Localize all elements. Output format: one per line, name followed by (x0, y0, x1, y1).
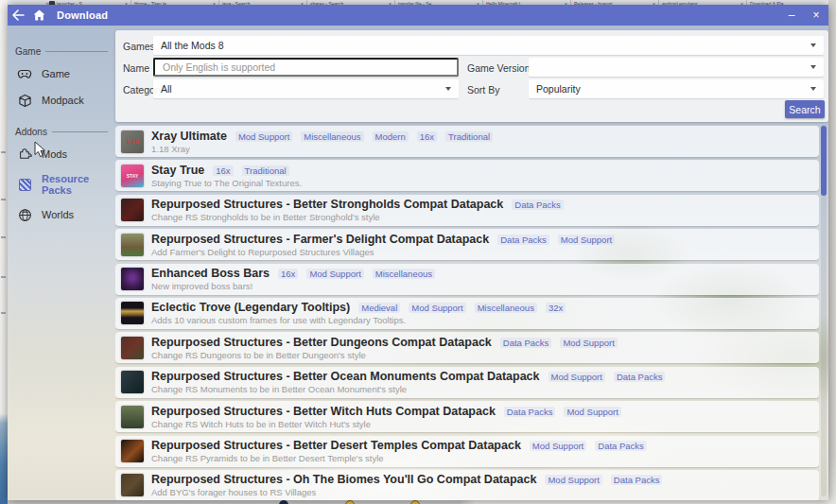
pack-icon (121, 199, 144, 221)
home-icon (33, 9, 45, 21)
chevron-down-icon (810, 43, 816, 47)
pack-description: Add BYG's forager houses to RS Villages (151, 487, 813, 497)
pack-icon (121, 302, 144, 324)
pack-tag: Mod Support (306, 269, 363, 279)
pack-title: Repurposed Structures - Better Witch Hut… (151, 405, 496, 418)
games-label: Games (123, 41, 155, 52)
resource-pack-row[interactable]: Repurposed Structures - Better Desert Te… (115, 436, 819, 467)
window-title: Download (57, 9, 108, 21)
sidebar-item-label: Resource Packs (42, 173, 106, 196)
pack-description: 1.18 Xray (151, 144, 813, 154)
resource-pack-row[interactable]: Eclectic Trove (Legendary Tooltips)Medie… (115, 298, 819, 329)
pack-tag: Data Packs (504, 407, 556, 417)
sidebar: Game Game Modpack Addons Mods Resource P… (8, 26, 115, 500)
background-desktop-edge (828, 0, 836, 504)
pack-tag: 32x (546, 303, 566, 313)
pack-tag: Mod Support (530, 441, 586, 451)
pack-description: Change RS Dungeons to be in Better Dunge… (151, 350, 813, 360)
pack-tag: Data Packs (595, 441, 647, 451)
pack-tag: 16x (417, 131, 437, 142)
pack-tag: Mod Support (235, 131, 292, 142)
taskbar-app-icon (345, 500, 355, 504)
pack-title: Repurposed Structures - Farmer's Delight… (151, 233, 489, 246)
resource-pack-row[interactable]: Enhanced Boss Bars16xMod SupportMiscella… (115, 264, 819, 295)
globe-icon (17, 207, 32, 222)
pack-icon (121, 474, 144, 496)
pack-tag: Miscellaneous (475, 303, 537, 313)
pack-tag: Traditional (445, 131, 493, 142)
name-label: Name (123, 62, 149, 74)
back-button[interactable] (8, 5, 28, 26)
pack-tag: Mod Support (545, 475, 601, 485)
home-button[interactable] (28, 5, 49, 26)
pack-tag: Mod Support (564, 407, 620, 417)
pack-title: Xray Ultimate (151, 130, 227, 143)
pack-title: Repurposed Structures - Better Dungeons … (151, 336, 492, 349)
name-input[interactable] (153, 58, 459, 77)
pack-tag: Data Packs (512, 200, 564, 210)
close-button[interactable]: × (804, 5, 828, 26)
back-arrow-icon (11, 9, 25, 21)
minimize-button[interactable]: – (779, 5, 804, 26)
resource-pack-row[interactable]: Repurposed Structures - Better Dungeons … (115, 332, 819, 363)
sidebar-item-label: Mods (42, 148, 67, 160)
background-browser-edge (0, 0, 8, 504)
resource-pack-row[interactable]: STAYStay True16xTraditionalStaying True … (115, 160, 819, 191)
download-window: Download – × Game Game Modpack Addons (8, 5, 828, 500)
gamepad-icon (17, 66, 32, 81)
pack-tag: Data Packs (611, 475, 663, 485)
texture-icon (17, 177, 32, 192)
pack-description: New improved boss bars! (151, 281, 813, 291)
games-dropdown[interactable]: All the Mods 8 (153, 36, 824, 55)
pack-icon (121, 337, 144, 359)
pack-tag: Medieval (358, 303, 400, 313)
pack-description: Change RS Monuments to be in Better Ocea… (151, 384, 813, 394)
chevron-down-icon (810, 87, 816, 91)
resource-pack-row[interactable]: 1.18Xray UltimateMod SupportMiscellaneou… (115, 126, 819, 157)
game-version-dropdown[interactable] (529, 58, 824, 77)
sidebar-item-worlds[interactable]: Worlds (15, 201, 108, 228)
pack-description: Staying True to The Original Textures. (151, 178, 813, 188)
pack-tag: Data Packs (497, 235, 549, 245)
resource-pack-row[interactable]: Repurposed Structures - Better Witch Hut… (115, 401, 819, 432)
titlebar: Download – × (8, 5, 828, 26)
search-button[interactable]: Search (785, 100, 825, 118)
resource-pack-row[interactable]: Repurposed Structures - Oh The Biomes Yo… (115, 470, 819, 500)
sidebar-item-resource-packs[interactable]: Resource Packs (15, 167, 108, 201)
taskbar-strip (8, 500, 828, 504)
pack-tag: 16x (278, 269, 298, 279)
sidebar-item-mods[interactable]: Mods (15, 141, 108, 167)
pack-icon: 1.18 (121, 130, 144, 153)
taskbar-app-icon (279, 500, 288, 504)
resource-pack-list: 1.18Xray UltimateMod SupportMiscellaneou… (115, 126, 819, 500)
pack-title: Stay True (151, 164, 204, 177)
pack-tag: Mod Support (560, 338, 617, 348)
pack-description: Adds 10 various custom frames for use wi… (151, 315, 813, 325)
pack-tag: Miscellaneous (373, 269, 435, 279)
pack-icon (121, 268, 144, 290)
sort-by-dropdown[interactable]: Popularity (529, 79, 824, 98)
pack-icon (121, 406, 144, 428)
sidebar-item-label: Worlds (42, 209, 74, 220)
scrollbar-thumb[interactable] (821, 126, 827, 196)
pack-icon (121, 371, 144, 393)
sidebar-item-modpack[interactable]: Modpack (15, 87, 108, 113)
sidebar-item-game[interactable]: Game (15, 61, 108, 87)
scrollbar[interactable] (821, 125, 827, 496)
pack-title: Repurposed Structures - Oh The Biomes Yo… (151, 473, 536, 486)
pack-title: Repurposed Structures - Better Stronghol… (151, 198, 503, 211)
pack-title: Enhanced Boss Bars (151, 267, 270, 280)
pack-tag: Modern (373, 131, 409, 142)
pack-tag: Miscellaneous (301, 131, 363, 142)
category-dropdown[interactable]: All (153, 79, 459, 98)
resource-pack-row[interactable]: Repurposed Structures - Farmer's Delight… (115, 229, 819, 260)
game-version-label: Game Version (467, 62, 531, 74)
resource-pack-row[interactable]: Repurposed Structures - Better Ocean Mon… (115, 367, 819, 398)
sort-by-label: Sort By (467, 84, 499, 96)
pack-description: Add Farmer's Delight to Repurposed Struc… (151, 247, 813, 257)
pack-tag: Data Packs (614, 372, 666, 382)
chevron-down-icon (810, 65, 816, 69)
pack-tag: Data Packs (500, 338, 552, 348)
pack-icon (121, 234, 144, 256)
resource-pack-row[interactable]: Repurposed Structures - Better Stronghol… (115, 195, 819, 226)
